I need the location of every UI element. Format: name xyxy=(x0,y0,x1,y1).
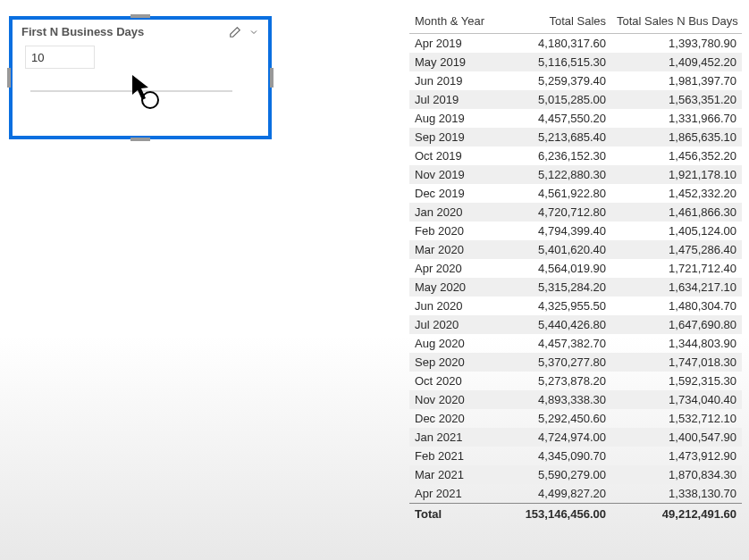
cell-month: Aug 2019 xyxy=(409,109,497,128)
cell-bus: 1,480,304.70 xyxy=(611,297,742,315)
cell-sales: 4,794,399.40 xyxy=(497,221,611,240)
cell-month: Mar 2020 xyxy=(409,240,497,259)
table-row[interactable]: Apr 20204,564,019.901,721,712.40 xyxy=(409,259,742,278)
table-row[interactable]: Aug 20194,457,550.201,331,966.70 xyxy=(409,109,742,128)
table-row[interactable]: Apr 20194,180,317.601,393,780.90 xyxy=(409,34,742,54)
cell-sales: 4,457,550.20 xyxy=(497,109,611,128)
table-row[interactable]: Nov 20204,893,338.301,734,040.40 xyxy=(409,390,742,409)
eraser-icon[interactable] xyxy=(229,26,241,38)
cell-bus: 1,473,912.90 xyxy=(611,447,742,465)
cell-bus: 1,870,834.30 xyxy=(611,465,742,484)
table-header-row: Month & Year Total Sales Total Sales N B… xyxy=(409,11,742,34)
cell-bus: 1,634,217.10 xyxy=(611,278,742,297)
col-header-month[interactable]: Month & Year xyxy=(409,11,497,34)
cell-month: Feb 2020 xyxy=(409,221,497,240)
table-row[interactable]: Dec 20194,561,922.801,452,332.20 xyxy=(409,184,742,203)
cell-bus: 1,338,130.70 xyxy=(611,484,742,504)
cell-sales: 5,292,450.60 xyxy=(497,409,611,428)
cell-bus: 1,647,690.80 xyxy=(611,315,742,334)
cell-month: May 2019 xyxy=(409,53,497,71)
cell-month: Apr 2021 xyxy=(409,484,497,504)
table-row[interactable]: Jan 20204,720,712.801,461,866.30 xyxy=(409,203,742,221)
cell-bus: 1,734,040.40 xyxy=(611,390,742,409)
cell-sales: 5,315,284.20 xyxy=(497,278,611,297)
cell-bus: 1,400,547.90 xyxy=(611,428,742,447)
table-row[interactable]: Apr 20214,499,827.201,338,130.70 xyxy=(409,484,742,504)
table-row[interactable]: Oct 20196,236,152.301,456,352.20 xyxy=(409,146,742,165)
sales-table: Month & Year Total Sales Total Sales N B… xyxy=(409,11,742,524)
cell-month: Dec 2020 xyxy=(409,409,497,428)
footer-label: Total xyxy=(409,504,497,525)
table-row[interactable]: Dec 20205,292,450.601,532,712.10 xyxy=(409,409,742,428)
table-row[interactable]: Oct 20205,273,878.201,592,315.30 xyxy=(409,372,742,390)
resize-handle-bottom[interactable] xyxy=(130,138,150,141)
cell-month: Apr 2019 xyxy=(409,34,497,54)
cell-month: Apr 2020 xyxy=(409,259,497,278)
table-row[interactable]: Jul 20205,440,426.801,647,690.80 xyxy=(409,315,742,334)
cell-sales: 4,564,019.90 xyxy=(497,259,611,278)
cell-bus: 1,747,018.30 xyxy=(611,353,742,372)
cell-month: Jun 2019 xyxy=(409,71,497,90)
slicer-title: First N Business Days xyxy=(21,25,229,38)
table-row[interactable]: Jun 20204,325,955.501,480,304.70 xyxy=(409,297,742,315)
cell-month: Nov 2019 xyxy=(409,165,497,184)
cell-bus: 1,456,352.20 xyxy=(611,146,742,165)
table-row[interactable]: Sep 20205,370,277.801,747,018.30 xyxy=(409,353,742,372)
cell-bus: 1,452,332.20 xyxy=(611,184,742,203)
cell-month: May 2020 xyxy=(409,278,497,297)
cell-sales: 5,370,277.80 xyxy=(497,353,611,372)
table-row[interactable]: Jun 20195,259,379.401,981,397.70 xyxy=(409,71,742,90)
cell-month: Jan 2021 xyxy=(409,428,497,447)
cell-sales: 5,116,515.30 xyxy=(497,53,611,71)
slicer-slider[interactable] xyxy=(30,90,232,92)
table-row[interactable]: Mar 20215,590,279.001,870,834.30 xyxy=(409,465,742,484)
cell-month: Feb 2021 xyxy=(409,447,497,465)
table-row[interactable]: Sep 20195,213,685.401,865,635.10 xyxy=(409,128,742,146)
table-row[interactable]: Jan 20214,724,974.001,400,547.90 xyxy=(409,428,742,447)
cell-bus: 1,405,124.00 xyxy=(611,221,742,240)
footer-sales: 153,146,456.00 xyxy=(497,504,611,525)
cell-sales: 4,457,382.70 xyxy=(497,334,611,353)
table-row[interactable]: Feb 20204,794,399.401,405,124.00 xyxy=(409,221,742,240)
cell-month: Jul 2019 xyxy=(409,90,497,109)
cell-sales: 5,213,685.40 xyxy=(497,128,611,146)
cell-month: Oct 2019 xyxy=(409,146,497,165)
cell-month: Dec 2019 xyxy=(409,184,497,203)
cell-bus: 1,721,712.40 xyxy=(611,259,742,278)
cell-bus: 1,921,178.10 xyxy=(611,165,742,184)
cell-month: Sep 2020 xyxy=(409,353,497,372)
cell-sales: 5,273,878.20 xyxy=(497,372,611,390)
table-row[interactable]: Aug 20204,457,382.701,344,803.90 xyxy=(409,334,742,353)
cell-sales: 4,724,974.00 xyxy=(497,428,611,447)
resize-handle-left[interactable] xyxy=(7,68,11,88)
cell-bus: 1,532,712.10 xyxy=(611,409,742,428)
table-row[interactable]: May 20195,116,515.301,409,452.20 xyxy=(409,53,742,71)
table-row[interactable]: Jul 20195,015,285.001,563,351.20 xyxy=(409,90,742,109)
cell-sales: 4,561,922.80 xyxy=(497,184,611,203)
cell-sales: 4,325,955.50 xyxy=(497,297,611,315)
cell-sales: 5,590,279.00 xyxy=(497,465,611,484)
col-header-bus[interactable]: Total Sales N Bus Days xyxy=(611,11,742,34)
table-row[interactable]: Nov 20195,122,880.301,921,178.10 xyxy=(409,165,742,184)
table-row[interactable]: Mar 20205,401,620.401,475,286.40 xyxy=(409,240,742,259)
cell-sales: 4,499,827.20 xyxy=(497,484,611,504)
cell-bus: 1,592,315.30 xyxy=(611,372,742,390)
cell-sales: 5,401,620.40 xyxy=(497,240,611,259)
slicer-value-input[interactable] xyxy=(25,46,95,69)
cell-bus: 1,563,351.20 xyxy=(611,90,742,109)
cell-bus: 1,461,866.30 xyxy=(611,203,742,221)
table-row[interactable]: Feb 20214,345,090.701,473,912.90 xyxy=(409,447,742,465)
cell-sales: 5,259,379.40 xyxy=(497,71,611,90)
cell-month: Jun 2020 xyxy=(409,297,497,315)
cell-month: Sep 2019 xyxy=(409,128,497,146)
cell-sales: 4,180,317.60 xyxy=(497,34,611,54)
resize-handle-right[interactable] xyxy=(270,68,274,88)
cell-bus: 1,331,966.70 xyxy=(611,109,742,128)
table-row[interactable]: May 20205,315,284.201,634,217.10 xyxy=(409,278,742,297)
cell-month: Mar 2021 xyxy=(409,465,497,484)
cell-month: Jul 2020 xyxy=(409,315,497,334)
slicer-first-n-business-days[interactable]: First N Business Days xyxy=(9,16,272,139)
col-header-sales[interactable]: Total Sales xyxy=(497,11,611,34)
resize-handle-top[interactable] xyxy=(130,14,150,18)
chevron-down-icon[interactable] xyxy=(248,27,259,38)
